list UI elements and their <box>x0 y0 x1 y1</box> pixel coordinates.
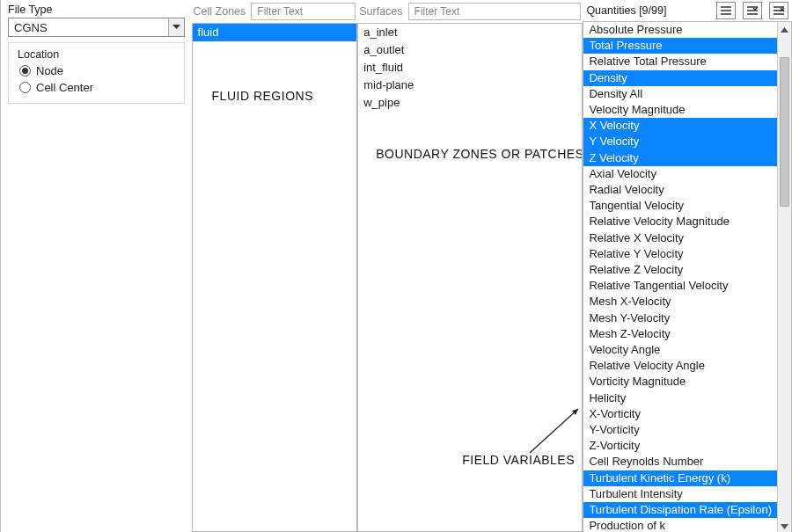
file-type-value: CGNS <box>9 21 168 34</box>
quantities-title: Quantities [9/99] <box>586 4 666 17</box>
list-item[interactable]: Tangential Velocity <box>583 198 777 214</box>
list-item[interactable]: Relative Velocity Angle <box>583 358 777 374</box>
list-options-icon[interactable] <box>716 2 736 19</box>
radio-cellcenter-label: Cell Center <box>36 81 93 94</box>
list-item[interactable]: Density All <box>583 86 777 102</box>
cell-zones-filter[interactable]: Filter Text <box>251 3 356 20</box>
cell-zones-header: Cell Zones <box>194 5 246 18</box>
annotation-fluid-regions: FLUID REGIONS <box>212 89 313 103</box>
list-item[interactable]: Y Velocity <box>583 134 777 149</box>
list-item[interactable]: Total Pressure <box>583 38 777 54</box>
list-item[interactable]: Relative Tangential Velocity <box>583 278 777 294</box>
list-item[interactable]: Z Velocity <box>583 150 777 166</box>
surfaces-list[interactable]: a_inleta_outletint_fluidmid-planew_pipeB… <box>357 23 583 532</box>
list-item[interactable]: Cell Reynolds Number <box>583 454 777 470</box>
list-item[interactable]: Relative X Velocity <box>583 230 777 246</box>
location-label: Location <box>18 48 175 61</box>
list-item[interactable]: Relative Total Pressure <box>583 54 777 69</box>
file-type-combo[interactable]: CGNS <box>8 18 185 37</box>
list-item[interactable]: Mesh Y-Velocity <box>583 310 777 326</box>
list-item[interactable]: Mesh Z-Velocity <box>583 326 777 342</box>
list-item[interactable]: Helicity <box>583 390 777 406</box>
radio-icon <box>19 65 31 77</box>
list-item[interactable]: Absolute Pressure <box>583 22 777 38</box>
list-item[interactable]: Density <box>583 70 777 86</box>
surfaces-header: Surfaces <box>359 5 402 18</box>
list-item[interactable]: Mesh X-Velocity <box>583 294 777 310</box>
list-item[interactable]: Relative Y Velocity <box>583 246 777 262</box>
list-item[interactable]: X Velocity <box>583 118 777 134</box>
list-item[interactable]: Velocity Angle <box>583 342 777 358</box>
radio-node-label: Node <box>36 64 63 77</box>
quantities-list[interactable]: Absolute PressureTotal PressureRelative … <box>583 21 777 532</box>
list-item[interactable]: Turbulent Intensity <box>583 486 777 502</box>
chevron-down-icon[interactable] <box>168 18 184 36</box>
svg-marker-1 <box>572 409 578 415</box>
radio-cell-center[interactable]: Cell Center <box>19 81 175 94</box>
list-item[interactable]: a_outlet <box>358 41 582 59</box>
list-item[interactable]: Production of k <box>583 518 777 532</box>
list-item[interactable]: a_inlet <box>358 24 582 41</box>
list-item[interactable]: fluid <box>193 24 357 41</box>
radio-icon <box>19 82 31 93</box>
scrollbar[interactable] <box>777 21 792 532</box>
annotation-field-vars: FIELD VARIABLES <box>462 453 575 467</box>
list-item[interactable]: mid-plane <box>358 77 582 94</box>
list-item[interactable]: w_pipe <box>358 94 582 112</box>
list-item[interactable]: Axial Velocity <box>583 166 777 182</box>
list-item[interactable]: Z-Vorticity <box>583 438 777 454</box>
list-item[interactable]: Turbulent Dissipation Rate (Epsilon) <box>583 502 777 518</box>
scroll-up-icon[interactable] <box>778 22 791 37</box>
list-item[interactable]: int_fluid <box>358 59 582 77</box>
select-all-icon[interactable] <box>743 2 762 19</box>
list-item[interactable]: Vorticity Magnitude <box>583 374 777 390</box>
list-item[interactable]: Turbulent Kinetic Energy (k) <box>583 470 777 486</box>
scroll-thumb[interactable] <box>780 57 789 207</box>
deselect-all-icon[interactable] <box>769 2 788 19</box>
list-item[interactable]: Relative Z Velocity <box>583 262 777 278</box>
file-type-label: File Type <box>8 4 185 16</box>
list-item[interactable]: Velocity Magnitude <box>583 102 777 118</box>
annotation-boundary: BOUNDARY ZONES OR PATCHES <box>376 147 583 161</box>
list-item[interactable]: Relative Velocity Magnitude <box>583 214 777 230</box>
surfaces-filter[interactable]: Filter Text <box>408 3 582 20</box>
list-item[interactable]: X-Vorticity <box>583 406 777 422</box>
list-item[interactable]: Y-Vorticity <box>583 422 777 438</box>
svg-line-0 <box>530 409 578 453</box>
list-item[interactable]: Radial Velocity <box>583 182 777 198</box>
scroll-down-icon[interactable] <box>778 520 791 533</box>
radio-node[interactable]: Node <box>19 64 175 77</box>
cell-zones-list[interactable]: fluidFLUID REGIONS <box>192 23 358 532</box>
